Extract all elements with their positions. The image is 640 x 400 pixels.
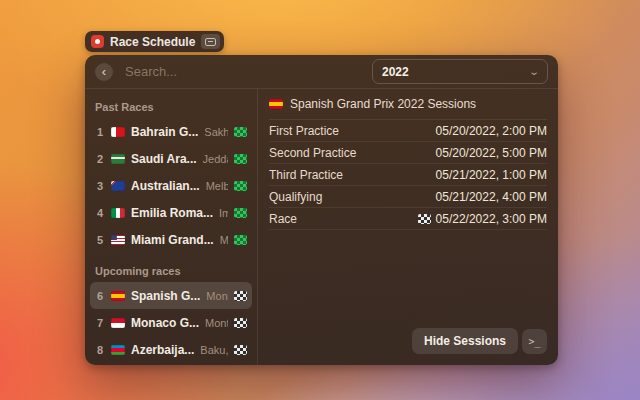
green-checkered-flag-icon bbox=[234, 154, 247, 164]
session-datetime-text: 05/21/2022, 4:00 PM bbox=[436, 190, 547, 204]
session-label: Third Practice bbox=[269, 168, 343, 182]
race-number: 8 bbox=[95, 344, 105, 356]
search-bar: ‹ 2022 ⌄ bbox=[85, 55, 558, 89]
race-location: Melbourne,... bbox=[206, 180, 228, 192]
race-list: Past Races1Bahrain G...Sakhir, Bahr...2S… bbox=[85, 89, 258, 365]
race-number: 6 bbox=[95, 290, 105, 302]
sessions-panel: Spanish Grand Prix 2022 Sessions First P… bbox=[258, 89, 558, 365]
race-list-item[interactable]: 2Saudi Ara...Jeddah, Sa... bbox=[90, 145, 252, 172]
race-location: Imola, Italy bbox=[219, 207, 228, 219]
pill-title: Race Schedule bbox=[110, 35, 195, 49]
green-checkered-flag-icon bbox=[234, 127, 247, 137]
sessions-panel-title: Spanish Grand Prix 2022 Sessions bbox=[290, 97, 476, 111]
race-list-item[interactable]: 8Azerbaija...Baku, Azerb... bbox=[90, 336, 252, 363]
race-list-item[interactable]: 5Miami Grand...Miami, USA bbox=[90, 226, 252, 253]
race-list-item[interactable]: 6Spanish G...Montmeló,... bbox=[90, 282, 252, 309]
race-title: Australian... bbox=[131, 179, 200, 193]
session-rows: First Practice05/20/2022, 2:00 PMSecond … bbox=[269, 120, 547, 230]
race-list-item[interactable]: 4Emilia Roma...Imola, Italy bbox=[90, 199, 252, 226]
saudi-arabia-flag-icon bbox=[111, 154, 125, 164]
session-label: First Practice bbox=[269, 124, 339, 138]
italy-flag-icon bbox=[111, 208, 125, 218]
race-title: Saudi Ara... bbox=[131, 152, 197, 166]
session-datetime: 05/22/2022, 3:00 PM bbox=[418, 212, 547, 226]
race-title: Azerbaija... bbox=[131, 343, 194, 357]
session-row[interactable]: Qualifying05/21/2022, 4:00 PM bbox=[269, 186, 547, 208]
race-list-item[interactable]: 7Monaco G...Monte-Carl... bbox=[90, 309, 252, 336]
checkered-flag-icon bbox=[234, 318, 247, 328]
bahrain-flag-icon bbox=[111, 127, 125, 137]
spain-flag-icon bbox=[269, 99, 283, 109]
desktop-background: Race Schedule ‹ 2022 ⌄ Past Races1Bahrai… bbox=[0, 0, 640, 400]
session-label: Race bbox=[269, 212, 297, 226]
australia-flag-icon bbox=[111, 181, 125, 191]
race-list-item[interactable]: 9Canadian...Montreal, C... bbox=[90, 363, 252, 365]
green-checkered-flag-icon bbox=[234, 208, 247, 218]
session-row[interactable]: Second Practice05/20/2022, 5:00 PM bbox=[269, 142, 547, 164]
race-location: Miami, USA bbox=[220, 234, 228, 246]
race-title: Emilia Roma... bbox=[131, 206, 213, 220]
session-datetime-text: 05/20/2022, 2:00 PM bbox=[436, 124, 547, 138]
detach-window-button[interactable] bbox=[201, 34, 220, 49]
checkered-flag-icon bbox=[234, 291, 247, 301]
session-datetime-text: 05/20/2022, 5:00 PM bbox=[436, 146, 547, 160]
race-title: Spanish G... bbox=[131, 289, 200, 303]
usa-flag-icon bbox=[111, 235, 125, 245]
hide-sessions-button[interactable]: Hide Sessions bbox=[412, 328, 518, 354]
session-datetime: 05/21/2022, 4:00 PM bbox=[436, 190, 547, 204]
session-datetime-text: 05/21/2022, 1:00 PM bbox=[436, 168, 547, 182]
chevron-left-icon: ‹ bbox=[102, 64, 106, 79]
action-bar: Hide Sessions >_ bbox=[412, 328, 547, 354]
session-label: Second Practice bbox=[269, 146, 356, 160]
race-number: 4 bbox=[95, 207, 105, 219]
race-number: 1 bbox=[95, 126, 105, 138]
race-title: Monaco G... bbox=[131, 316, 199, 330]
section-header: Upcoming races bbox=[95, 265, 247, 277]
race-number: 2 bbox=[95, 153, 105, 165]
race-number: 7 bbox=[95, 317, 105, 329]
year-dropdown-value: 2022 bbox=[382, 65, 409, 79]
spain-flag-icon bbox=[111, 291, 125, 301]
race-title: Bahrain G... bbox=[131, 125, 198, 139]
race-number: 5 bbox=[95, 234, 105, 246]
green-checkered-flag-icon bbox=[234, 181, 247, 191]
app-window: ‹ 2022 ⌄ Past Races1Bahrain G...Sakhir, … bbox=[85, 55, 558, 365]
race-number: 3 bbox=[95, 180, 105, 192]
race-location: Sakhir, Bahr... bbox=[204, 126, 228, 138]
race-location: Monte-Carl... bbox=[205, 317, 228, 329]
monaco-flag-icon bbox=[111, 318, 125, 328]
race-list-item[interactable]: 3Australian...Melbourne,... bbox=[90, 172, 252, 199]
race-list-item[interactable]: 1Bahrain G...Sakhir, Bahr... bbox=[90, 118, 252, 145]
sessions-panel-header: Spanish Grand Prix 2022 Sessions bbox=[269, 89, 547, 120]
azerbaijan-flag-icon bbox=[111, 345, 125, 355]
session-row[interactable]: First Practice05/20/2022, 2:00 PM bbox=[269, 120, 547, 142]
session-datetime: 05/21/2022, 1:00 PM bbox=[436, 168, 547, 182]
section-header: Past Races bbox=[95, 101, 247, 113]
year-dropdown[interactable]: 2022 ⌄ bbox=[372, 59, 548, 84]
window-content: Past Races1Bahrain G...Sakhir, Bahr...2S… bbox=[85, 89, 558, 365]
session-label: Qualifying bbox=[269, 190, 322, 204]
session-datetime-text: 05/22/2022, 3:00 PM bbox=[436, 212, 547, 226]
menubar-pill[interactable]: Race Schedule bbox=[85, 31, 224, 52]
terminal-prompt-icon[interactable]: >_ bbox=[522, 329, 547, 354]
race-location: Montmeló,... bbox=[206, 290, 228, 302]
session-datetime: 05/20/2022, 2:00 PM bbox=[436, 124, 547, 138]
session-row[interactable]: Third Practice05/21/2022, 1:00 PM bbox=[269, 164, 547, 186]
checkered-flag-icon bbox=[234, 345, 247, 355]
chevron-down-icon: ⌄ bbox=[528, 66, 540, 77]
window-pin-icon bbox=[205, 38, 216, 46]
race-location: Baku, Azerb... bbox=[200, 344, 228, 356]
race-schedule-extension-icon bbox=[91, 35, 104, 48]
race-location: Jeddah, Sa... bbox=[203, 153, 228, 165]
search-input[interactable] bbox=[123, 63, 362, 80]
checkered-flag-icon bbox=[418, 214, 431, 224]
session-datetime: 05/20/2022, 5:00 PM bbox=[436, 146, 547, 160]
race-title: Miami Grand... bbox=[131, 233, 214, 247]
green-checkered-flag-icon bbox=[234, 235, 247, 245]
back-button[interactable]: ‹ bbox=[95, 63, 113, 81]
session-row[interactable]: Race05/22/2022, 3:00 PM bbox=[269, 208, 547, 230]
